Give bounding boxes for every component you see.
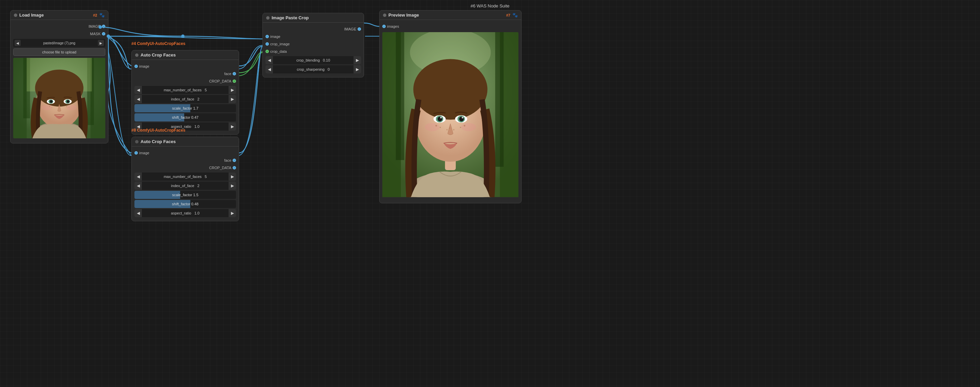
node4-face-output: face [132, 70, 239, 78]
file-name: pasted/image (7).png [22, 41, 97, 45]
mask-output-label: MASK [90, 32, 100, 36]
node8-face-output: face [132, 157, 239, 164]
node8-title-badge: #8 ComfyUI-AutoCropFaces [131, 128, 185, 133]
paste-crop-sharpening-next[interactable]: ▶ [353, 65, 361, 73]
node8-aspect-label: aspect_ratio 1.0 [142, 211, 229, 215]
svg-point-45 [446, 129, 448, 130]
paste-crop-img-input-label: image [270, 35, 280, 38]
node8-max-faces-stepper[interactable]: ◀ max_number_of_faces 5 ▶ [134, 173, 236, 181]
paste-crop-blending-prev[interactable]: ◀ [266, 56, 273, 64]
svg-point-20 [66, 106, 67, 107]
node4-face-label: face [224, 72, 231, 76]
node4-max-faces-stepper[interactable]: ◀ max_number_of_faces 5 ▶ [134, 86, 236, 94]
node4-index-face-stepper[interactable]: ◀ index_of_face 2 ▶ [134, 95, 236, 103]
node4-title-badge: #4 ComfyUI-AutoCropFaces [131, 41, 185, 46]
preview-fire-icon: 🐾 [512, 13, 518, 17]
node4-image-dot [134, 65, 138, 68]
node8-aspect-prev[interactable]: ◀ [134, 209, 142, 217]
image-output-label: IMAGE [89, 24, 100, 29]
node8-index-face-prev[interactable]: ◀ [134, 182, 142, 190]
preview-body: images [380, 20, 521, 203]
svg-point-49 [449, 127, 450, 128]
paste-crop-sharpening-label: crop_sharpening 0 [273, 67, 353, 71]
node4-max-faces-next[interactable]: ▶ [229, 86, 236, 94]
node-title: Load Image [19, 13, 44, 17]
paste-crop-image-dot [358, 27, 361, 31]
node4-shift-factor-slider[interactable]: shift_factor 0.47 [134, 113, 236, 121]
node4-aspect-next[interactable]: ▶ [229, 122, 236, 130]
node8-cropdata-label: CROP_DATA [209, 166, 231, 170]
image-paste-crop-node: Image Paste Crop IMAGE image crop_image … [262, 13, 364, 78]
mask-output-dot [102, 32, 105, 35]
node8-body: image face CROP_DATA ◀ max_number_of_fac… [132, 146, 239, 221]
paste-crop-blending-next[interactable]: ▶ [353, 56, 361, 64]
node-id-badge: #2 [93, 13, 97, 17]
preview-dot [383, 14, 387, 17]
paste-crop-title: Image Paste Crop [272, 15, 309, 20]
node4-scale-factor-slider[interactable]: scale_factor 1.7 [134, 104, 236, 112]
paste-crop-image-output: IMAGE [263, 25, 364, 33]
node4-title: Auto Crop Faces [140, 52, 176, 57]
preview-node-badge: #7 [506, 13, 510, 17]
node4-scale-text: scale_factor 1.7 [134, 106, 236, 110]
paste-crop-header: Image Paste Crop [263, 13, 364, 23]
node4-status-dot [135, 54, 138, 57]
node4-index-face-next[interactable]: ▶ [229, 95, 236, 103]
node8-max-faces-next[interactable]: ▶ [229, 173, 236, 181]
node4-shift-text: shift_factor 0.47 [134, 115, 236, 119]
node8-max-faces-label: max_number_of_faces 5 [142, 174, 229, 179]
prev-file-btn[interactable]: ◀ [14, 40, 21, 46]
svg-point-48 [464, 125, 465, 127]
svg-point-43 [436, 125, 437, 127]
paste-crop-blending-stepper[interactable]: ◀ crop_blending 0.10 ▶ [266, 56, 361, 64]
svg-point-42 [461, 123, 476, 131]
preview-images-label: images [387, 24, 399, 29]
svg-point-16 [41, 105, 52, 110]
node4-max-faces-prev[interactable]: ◀ [134, 86, 142, 94]
paste-crop-sharpening-stepper[interactable]: ◀ crop_sharpening 0 ▶ [266, 65, 361, 73]
node4-cropdata-dot [233, 79, 236, 83]
node8-scale-text: scale_factor 1.5 [134, 193, 236, 197]
paste-crop-cropdata-label: crop_data [270, 49, 287, 54]
preview-portrait-svg [382, 32, 519, 197]
image-output-dot [102, 25, 105, 28]
paste-crop-sharpening-prev[interactable]: ◀ [266, 65, 273, 73]
node8-index-face-next[interactable]: ▶ [229, 182, 236, 190]
node8-scale-factor-slider[interactable]: scale_factor 1.5 [134, 191, 236, 199]
preview-images-dot [382, 25, 386, 28]
node4-header: Auto Crop Faces [132, 51, 239, 60]
preview-image-container [382, 32, 519, 198]
node8-image-dot [134, 151, 138, 155]
load-image-body: IMAGE MASK ◀ pasted/image (7).png ▶ choo… [11, 20, 108, 143]
node4-index-face-prev[interactable]: ◀ [134, 95, 142, 103]
svg-point-41 [425, 123, 439, 131]
node8-header: Auto Crop Faces [132, 137, 239, 146]
node4-image-label: image [139, 64, 150, 68]
node8-image-input: image [132, 149, 239, 157]
next-file-btn[interactable]: ▶ [98, 40, 104, 46]
file-selector[interactable]: ◀ pasted/image (7).png ▶ [13, 39, 105, 47]
preview-header: Preview Image #7 🐾 [380, 11, 521, 20]
node8-shift-factor-slider[interactable]: shift_factor 0.48 [134, 200, 236, 208]
svg-point-18 [49, 106, 50, 107]
node8-index-face-stepper[interactable]: ◀ index_of_face 2 ▶ [134, 182, 236, 190]
node8-shift-text: shift_factor 0.48 [134, 202, 236, 206]
paste-crop-cropimg-dot [266, 42, 269, 46]
svg-point-17 [67, 105, 77, 110]
load-image-node: Load Image #2 🐾 IMAGE MASK ◀ pasted/imag… [10, 10, 108, 143]
svg-point-47 [460, 127, 461, 128]
node8-aspect-ratio-stepper[interactable]: ◀ aspect_ratio 1.0 ▶ [134, 209, 236, 217]
node4-index-face-label: index_of_face 2 [142, 97, 229, 101]
svg-point-21 [69, 107, 69, 108]
svg-point-19 [51, 107, 52, 108]
paste-crop-body: IMAGE image crop_image crop_data ◀ crop_… [263, 23, 364, 77]
node8-max-faces-prev[interactable]: ◀ [134, 173, 142, 181]
node4-image-input: image [132, 63, 239, 70]
upload-button[interactable]: choose file to upload [13, 48, 105, 56]
node8-face-label: face [224, 158, 231, 162]
node8-aspect-next[interactable]: ▶ [229, 209, 236, 217]
node8-cropdata-output: CROP_DATA [132, 164, 239, 171]
paste-crop-image-input: image [263, 33, 364, 40]
paste-crop-cropdata-input: crop_data [263, 48, 364, 55]
face-portrait-svg [13, 58, 105, 138]
